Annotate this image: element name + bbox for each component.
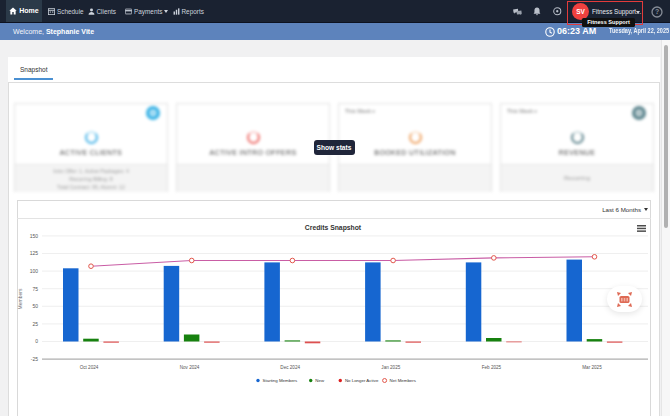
- svg-text:Credits Snapshot: Credits Snapshot: [305, 224, 362, 232]
- svg-text:New: New: [315, 378, 325, 383]
- svg-text:Jan 2025: Jan 2025: [381, 365, 400, 370]
- svg-text:Members: Members: [17, 288, 23, 309]
- svg-text:150: 150: [30, 233, 39, 239]
- svg-text:Mar 2025: Mar 2025: [582, 365, 602, 370]
- svg-text:100: 100: [30, 268, 39, 274]
- svg-text:Net Members: Net Members: [390, 378, 417, 383]
- svg-text:No Longer Active: No Longer Active: [345, 378, 379, 383]
- svg-text:0: 0: [35, 338, 38, 344]
- svg-text:?: ?: [655, 8, 659, 15]
- svg-text:25: 25: [32, 321, 38, 327]
- svg-text:Oct 2024: Oct 2024: [80, 365, 99, 370]
- svg-text:-25: -25: [31, 356, 38, 362]
- svg-text:Starting Members: Starting Members: [263, 378, 298, 383]
- svg-text:75: 75: [32, 286, 38, 292]
- svg-text:125: 125: [30, 250, 39, 256]
- svg-text:Nov 2024: Nov 2024: [180, 365, 200, 370]
- svg-text:Feb 2025: Feb 2025: [482, 365, 502, 370]
- svg-text:50: 50: [32, 303, 38, 309]
- svg-text:Dec 2024: Dec 2024: [280, 365, 300, 370]
